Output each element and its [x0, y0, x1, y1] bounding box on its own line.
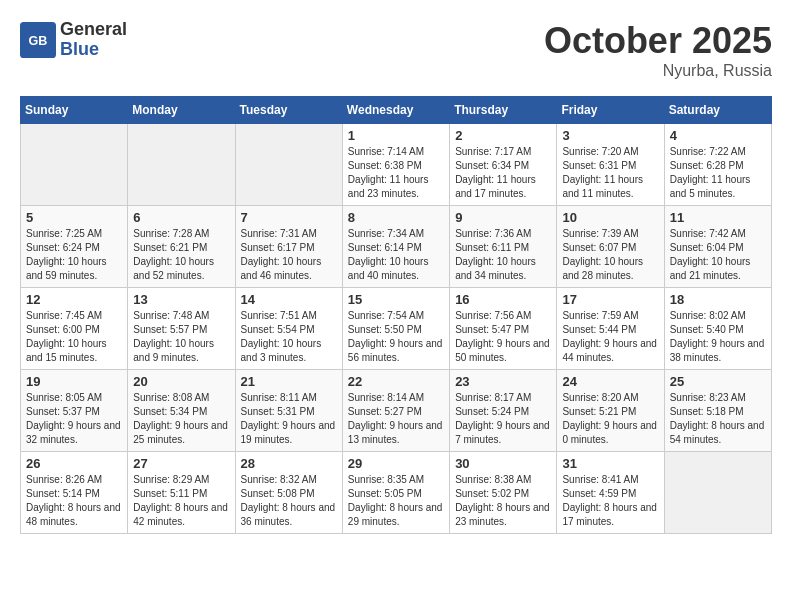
day-info: Sunrise: 7:39 AM Sunset: 6:07 PM Dayligh…: [562, 227, 658, 283]
calendar-header: SundayMondayTuesdayWednesdayThursdayFrid…: [21, 97, 772, 124]
day-number: 11: [670, 210, 766, 225]
calendar-cell: [128, 124, 235, 206]
day-number: 4: [670, 128, 766, 143]
day-info: Sunrise: 8:41 AM Sunset: 4:59 PM Dayligh…: [562, 473, 658, 529]
day-number: 12: [26, 292, 122, 307]
calendar-cell: 1Sunrise: 7:14 AM Sunset: 6:38 PM Daylig…: [342, 124, 449, 206]
calendar-cell: [21, 124, 128, 206]
calendar-body: 1Sunrise: 7:14 AM Sunset: 6:38 PM Daylig…: [21, 124, 772, 534]
day-info: Sunrise: 7:22 AM Sunset: 6:28 PM Dayligh…: [670, 145, 766, 201]
day-number: 1: [348, 128, 444, 143]
day-info: Sunrise: 8:32 AM Sunset: 5:08 PM Dayligh…: [241, 473, 337, 529]
day-number: 23: [455, 374, 551, 389]
day-info: Sunrise: 7:56 AM Sunset: 5:47 PM Dayligh…: [455, 309, 551, 365]
day-info: Sunrise: 8:02 AM Sunset: 5:40 PM Dayligh…: [670, 309, 766, 365]
day-number: 27: [133, 456, 229, 471]
day-info: Sunrise: 7:59 AM Sunset: 5:44 PM Dayligh…: [562, 309, 658, 365]
day-number: 7: [241, 210, 337, 225]
calendar-cell: 20Sunrise: 8:08 AM Sunset: 5:34 PM Dayli…: [128, 370, 235, 452]
day-info: Sunrise: 8:38 AM Sunset: 5:02 PM Dayligh…: [455, 473, 551, 529]
calendar-cell: 3Sunrise: 7:20 AM Sunset: 6:31 PM Daylig…: [557, 124, 664, 206]
logo-icon: GB: [20, 22, 56, 58]
day-number: 15: [348, 292, 444, 307]
day-number: 21: [241, 374, 337, 389]
day-info: Sunrise: 8:35 AM Sunset: 5:05 PM Dayligh…: [348, 473, 444, 529]
day-info: Sunrise: 8:05 AM Sunset: 5:37 PM Dayligh…: [26, 391, 122, 447]
day-info: Sunrise: 7:51 AM Sunset: 5:54 PM Dayligh…: [241, 309, 337, 365]
day-info: Sunrise: 7:14 AM Sunset: 6:38 PM Dayligh…: [348, 145, 444, 201]
weekday-header-saturday: Saturday: [664, 97, 771, 124]
day-info: Sunrise: 7:25 AM Sunset: 6:24 PM Dayligh…: [26, 227, 122, 283]
calendar-cell: 17Sunrise: 7:59 AM Sunset: 5:44 PM Dayli…: [557, 288, 664, 370]
calendar-cell: 9Sunrise: 7:36 AM Sunset: 6:11 PM Daylig…: [450, 206, 557, 288]
day-number: 24: [562, 374, 658, 389]
day-info: Sunrise: 8:26 AM Sunset: 5:14 PM Dayligh…: [26, 473, 122, 529]
day-info: Sunrise: 7:20 AM Sunset: 6:31 PM Dayligh…: [562, 145, 658, 201]
day-number: 3: [562, 128, 658, 143]
day-number: 5: [26, 210, 122, 225]
calendar-cell: 11Sunrise: 7:42 AM Sunset: 6:04 PM Dayli…: [664, 206, 771, 288]
day-info: Sunrise: 8:20 AM Sunset: 5:21 PM Dayligh…: [562, 391, 658, 447]
weekday-header-wednesday: Wednesday: [342, 97, 449, 124]
day-number: 19: [26, 374, 122, 389]
day-number: 2: [455, 128, 551, 143]
calendar-cell: 18Sunrise: 8:02 AM Sunset: 5:40 PM Dayli…: [664, 288, 771, 370]
calendar-cell: 31Sunrise: 8:41 AM Sunset: 4:59 PM Dayli…: [557, 452, 664, 534]
calendar-cell: 27Sunrise: 8:29 AM Sunset: 5:11 PM Dayli…: [128, 452, 235, 534]
calendar-week-4: 19Sunrise: 8:05 AM Sunset: 5:37 PM Dayli…: [21, 370, 772, 452]
day-number: 30: [455, 456, 551, 471]
day-number: 9: [455, 210, 551, 225]
svg-text:GB: GB: [29, 34, 48, 48]
calendar-cell: [235, 124, 342, 206]
calendar-cell: 29Sunrise: 8:35 AM Sunset: 5:05 PM Dayli…: [342, 452, 449, 534]
day-info: Sunrise: 8:08 AM Sunset: 5:34 PM Dayligh…: [133, 391, 229, 447]
calendar-cell: 8Sunrise: 7:34 AM Sunset: 6:14 PM Daylig…: [342, 206, 449, 288]
day-info: Sunrise: 7:45 AM Sunset: 6:00 PM Dayligh…: [26, 309, 122, 365]
logo-text: General Blue: [60, 20, 127, 60]
day-number: 8: [348, 210, 444, 225]
day-number: 26: [26, 456, 122, 471]
calendar-cell: 14Sunrise: 7:51 AM Sunset: 5:54 PM Dayli…: [235, 288, 342, 370]
day-number: 18: [670, 292, 766, 307]
calendar-cell: 22Sunrise: 8:14 AM Sunset: 5:27 PM Dayli…: [342, 370, 449, 452]
day-info: Sunrise: 7:42 AM Sunset: 6:04 PM Dayligh…: [670, 227, 766, 283]
weekday-header-monday: Monday: [128, 97, 235, 124]
calendar-cell: 2Sunrise: 7:17 AM Sunset: 6:34 PM Daylig…: [450, 124, 557, 206]
calendar-cell: [664, 452, 771, 534]
day-number: 22: [348, 374, 444, 389]
calendar-week-5: 26Sunrise: 8:26 AM Sunset: 5:14 PM Dayli…: [21, 452, 772, 534]
calendar-cell: 26Sunrise: 8:26 AM Sunset: 5:14 PM Dayli…: [21, 452, 128, 534]
calendar-cell: 30Sunrise: 8:38 AM Sunset: 5:02 PM Dayli…: [450, 452, 557, 534]
day-info: Sunrise: 8:17 AM Sunset: 5:24 PM Dayligh…: [455, 391, 551, 447]
calendar-cell: 10Sunrise: 7:39 AM Sunset: 6:07 PM Dayli…: [557, 206, 664, 288]
day-number: 20: [133, 374, 229, 389]
day-number: 28: [241, 456, 337, 471]
day-number: 25: [670, 374, 766, 389]
day-number: 10: [562, 210, 658, 225]
day-info: Sunrise: 7:17 AM Sunset: 6:34 PM Dayligh…: [455, 145, 551, 201]
weekday-header-thursday: Thursday: [450, 97, 557, 124]
weekday-header-sunday: Sunday: [21, 97, 128, 124]
weekday-header-friday: Friday: [557, 97, 664, 124]
calendar-cell: 12Sunrise: 7:45 AM Sunset: 6:00 PM Dayli…: [21, 288, 128, 370]
day-info: Sunrise: 7:48 AM Sunset: 5:57 PM Dayligh…: [133, 309, 229, 365]
day-info: Sunrise: 8:29 AM Sunset: 5:11 PM Dayligh…: [133, 473, 229, 529]
day-number: 14: [241, 292, 337, 307]
day-info: Sunrise: 8:11 AM Sunset: 5:31 PM Dayligh…: [241, 391, 337, 447]
day-info: Sunrise: 7:28 AM Sunset: 6:21 PM Dayligh…: [133, 227, 229, 283]
calendar-cell: 4Sunrise: 7:22 AM Sunset: 6:28 PM Daylig…: [664, 124, 771, 206]
calendar-cell: 7Sunrise: 7:31 AM Sunset: 6:17 PM Daylig…: [235, 206, 342, 288]
title-block: October 2025 Nyurba, Russia: [544, 20, 772, 80]
day-number: 6: [133, 210, 229, 225]
day-info: Sunrise: 7:54 AM Sunset: 5:50 PM Dayligh…: [348, 309, 444, 365]
calendar-week-2: 5Sunrise: 7:25 AM Sunset: 6:24 PM Daylig…: [21, 206, 772, 288]
calendar-cell: 21Sunrise: 8:11 AM Sunset: 5:31 PM Dayli…: [235, 370, 342, 452]
calendar-cell: 15Sunrise: 7:54 AM Sunset: 5:50 PM Dayli…: [342, 288, 449, 370]
weekday-header-tuesday: Tuesday: [235, 97, 342, 124]
month-title: October 2025: [544, 20, 772, 62]
day-number: 29: [348, 456, 444, 471]
calendar-week-1: 1Sunrise: 7:14 AM Sunset: 6:38 PM Daylig…: [21, 124, 772, 206]
day-number: 13: [133, 292, 229, 307]
calendar-cell: 28Sunrise: 8:32 AM Sunset: 5:08 PM Dayli…: [235, 452, 342, 534]
day-info: Sunrise: 7:31 AM Sunset: 6:17 PM Dayligh…: [241, 227, 337, 283]
